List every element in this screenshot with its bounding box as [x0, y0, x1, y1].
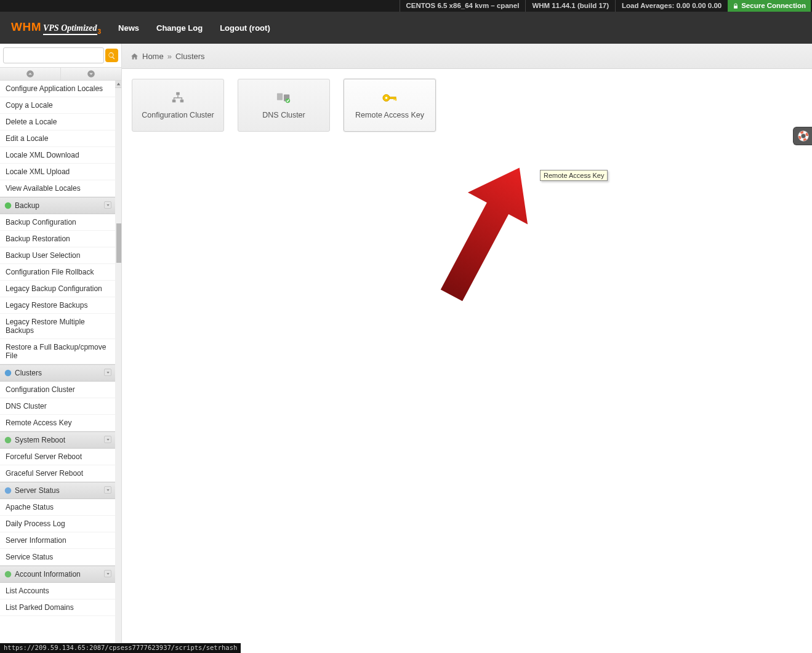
svg-rect-17	[395, 98, 396, 101]
sidebar-item[interactable]: Remote Access Key	[0, 415, 115, 431]
lifebuoy-icon	[797, 130, 810, 142]
sidebar-item[interactable]: Server Information	[0, 532, 115, 549]
info-bar: CENTOS 6.5 x86_64 kvm – cpanel WHM 11.44…	[0, 0, 812, 12]
os-info: CENTOS 6.5 x86_64 kvm – cpanel	[400, 0, 526, 12]
section-icon	[4, 570, 12, 579]
breadcrumb: Home » Clusters	[122, 44, 812, 69]
tile-remote-access-key[interactable]: Remote Access Key	[344, 79, 436, 132]
sidebar-section-system-reboot[interactable]: System Reboot	[0, 431, 115, 449]
sidebar-section-server-status[interactable]: Server Status	[0, 482, 115, 499]
collapse-all-button[interactable]	[0, 68, 61, 80]
search-input[interactable]	[3, 47, 104, 63]
breadcrumb-home[interactable]: Home	[142, 52, 164, 61]
breadcrumb-sep: »	[167, 52, 172, 61]
section-icon	[4, 369, 12, 377]
sidebar-item[interactable]: List Parked Domains	[0, 599, 115, 616]
sidebar-section-clusters[interactable]: Clusters	[0, 364, 115, 382]
svg-point-3	[5, 370, 12, 377]
sidebar-item[interactable]: View Available Locales	[0, 180, 115, 197]
section-icon	[4, 486, 12, 495]
sidebar-item[interactable]: Apache Status	[0, 499, 115, 516]
sidebar-item[interactable]: List Accounts	[0, 583, 115, 599]
sidebar-item[interactable]: Locale XML Download	[0, 147, 115, 164]
breadcrumb-current: Clusters	[175, 52, 205, 61]
svg-point-4	[5, 437, 12, 444]
sidebar-item[interactable]: DNS Cluster	[0, 398, 115, 415]
sidebar-item[interactable]: Configuration File Rollback	[0, 264, 115, 281]
sidebar-section-backup[interactable]: Backup	[0, 197, 115, 214]
section-title: Account Information	[15, 570, 81, 579]
sidebar-item[interactable]: Copy a Locale	[0, 97, 115, 114]
menu-news[interactable]: News	[118, 23, 139, 33]
sidebar-section-account-information[interactable]: Account Information	[0, 566, 115, 583]
sidebar-item[interactable]: Forceful Server Reboot	[0, 449, 115, 465]
svg-rect-10	[277, 94, 283, 100]
search-icon	[108, 52, 116, 60]
expand-all-button[interactable]	[61, 68, 121, 80]
svg-point-5	[5, 487, 12, 494]
scrollbar-thumb[interactable]	[116, 223, 121, 263]
tile-label: Remote Access Key	[355, 111, 424, 119]
chevron-down-icon	[104, 436, 111, 443]
config-cluster-icon	[171, 91, 185, 105]
sidebar-item[interactable]: Locale XML Upload	[0, 164, 115, 180]
svg-rect-7	[176, 92, 180, 95]
main: Home » Clusters Configuration Cluster DN…	[122, 44, 812, 653]
triangle-up-icon	[116, 82, 121, 86]
tile-dns-cluster[interactable]: DNS Cluster	[238, 79, 330, 132]
tile-label: DNS Cluster	[262, 111, 305, 119]
sidebar-item[interactable]: Service Status	[0, 549, 115, 566]
logo-suffix: 3	[98, 28, 102, 35]
sidebar-item[interactable]: Legacy Restore Backups	[0, 297, 115, 314]
sidebar-item[interactable]: Backup User Selection	[0, 247, 115, 264]
logo-whm: WHM	[11, 20, 41, 34]
sidebar-item[interactable]: Configure Application Locales	[0, 81, 115, 97]
sidebar-item[interactable]: Graceful Server Reboot	[0, 465, 115, 482]
scroll-up-button[interactable]	[115, 81, 121, 88]
sidebar-item[interactable]: Backup Configuration	[0, 214, 115, 231]
load-averages: Load Averages: 0.00 0.00 0.00	[615, 0, 728, 12]
svg-point-2	[5, 202, 12, 209]
lock-icon	[733, 3, 739, 9]
header: WHM VPS Optimized 3 News Change Log Logo…	[0, 12, 812, 44]
tiles: Configuration Cluster DNS Cluster Remote…	[122, 69, 812, 142]
section-title: Server Status	[15, 486, 60, 495]
chevron-up-circle-icon	[26, 70, 34, 78]
chevron-down-circle-icon	[87, 70, 95, 78]
search-row	[0, 44, 121, 67]
tile-configuration-cluster[interactable]: Configuration Cluster	[132, 79, 224, 132]
menu-changelog[interactable]: Change Log	[156, 23, 203, 33]
chevron-down-icon	[104, 570, 111, 577]
section-title: Clusters	[15, 369, 42, 377]
dns-cluster-icon	[276, 91, 291, 105]
section-icon	[4, 201, 12, 210]
svg-point-6	[5, 571, 12, 578]
search-button[interactable]	[105, 49, 118, 62]
svg-rect-15	[389, 97, 396, 99]
secure-connection-badge: Secure Connection	[728, 0, 811, 12]
sidebar-scrollbar[interactable]	[115, 81, 121, 653]
sidebar-item[interactable]: Delete a Locale	[0, 114, 115, 130]
logo-vps: VPS Optimized	[43, 23, 97, 35]
sidebar-item[interactable]: Restore a Full Backup/cpmove File	[0, 339, 115, 364]
annotation-arrow	[417, 154, 547, 308]
sidebar-item[interactable]: Configuration Cluster	[0, 382, 115, 398]
chevron-down-icon	[104, 201, 111, 209]
section-icon	[4, 436, 12, 444]
sidebar-item[interactable]: Legacy Restore Multiple Backups	[0, 314, 115, 339]
menu-logout[interactable]: Logout (root)	[220, 23, 270, 33]
logo[interactable]: WHM VPS Optimized 3	[11, 20, 101, 35]
svg-rect-16	[393, 98, 395, 100]
section-title: Backup	[15, 201, 39, 210]
sidebar-item[interactable]: Backup Restoration	[0, 231, 115, 247]
sidebar-item[interactable]: Edit a Locale	[0, 130, 115, 147]
tooltip: Remote Access Key	[540, 170, 608, 181]
sidebar-item[interactable]: Legacy Backup Configuration	[0, 281, 115, 297]
section-title: System Reboot	[15, 436, 65, 444]
help-tab[interactable]	[793, 127, 812, 145]
home-icon	[131, 52, 139, 60]
key-icon	[382, 91, 397, 105]
sidebar-item[interactable]: Daily Process Log	[0, 516, 115, 532]
whm-version: WHM 11.44.1 (build 17)	[525, 0, 615, 12]
collapse-expand-row	[0, 67, 121, 81]
